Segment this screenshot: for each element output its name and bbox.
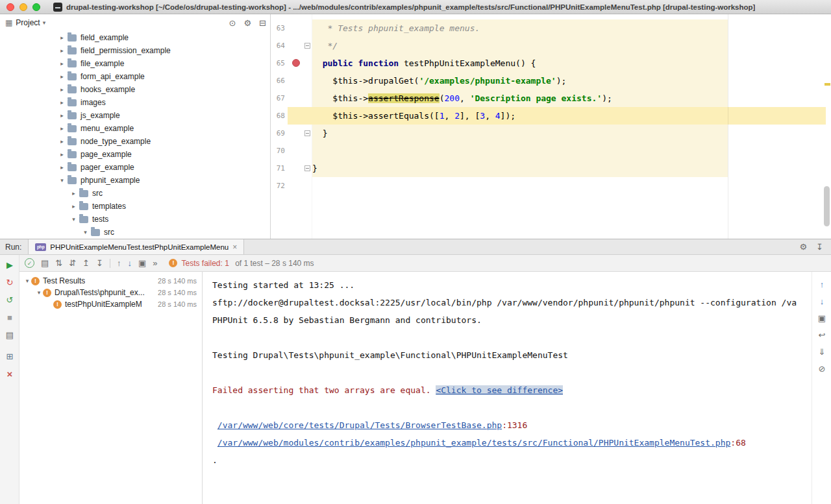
test-tree-item[interactable]: !testPhpUnitExampleM28 s 140 ms [19, 298, 202, 310]
zoom-window-button[interactable] [32, 3, 40, 11]
down-stacktrace-icon[interactable]: ↓ [812, 293, 831, 309]
code-line[interactable]: 65 public function testPhpUnitExampleMen… [271, 54, 831, 72]
collapse-all-icon[interactable]: ↧ [96, 258, 103, 268]
previous-failed-test-icon[interactable]: ↑ [117, 258, 121, 268]
chevron-right-icon[interactable]: ▸ [58, 73, 66, 80]
rerun-button[interactable]: ▶ [0, 256, 19, 274]
export-icon[interactable]: ▣ [812, 309, 831, 326]
chevron-right-icon[interactable]: ▸ [58, 34, 66, 41]
chevron-right-icon[interactable]: ▸ [69, 203, 78, 210]
sort-alphabetically-icon[interactable]: ⇅ [55, 258, 62, 268]
chevron-down-icon[interactable]: ▾ [69, 216, 78, 222]
code-line[interactable]: 69 } [271, 125, 831, 142]
project-panel-title[interactable]: Project [16, 18, 40, 27]
chevron-right-icon[interactable]: ▸ [58, 112, 66, 119]
toggle-auto-test-button[interactable]: ↺ [0, 291, 19, 309]
soft-wrap-icon[interactable]: ↩ [812, 326, 831, 343]
code-line[interactable]: 66 $this->drupalGet('/examples/phpunit-e… [271, 72, 831, 90]
project-tree-item[interactable]: ▸file_example [0, 57, 270, 70]
project-tree-item[interactable]: ▾phpunit_example [0, 174, 270, 187]
chevron-right-icon[interactable]: ▸ [58, 138, 66, 145]
stop-button[interactable]: ■ [0, 309, 19, 326]
line-number[interactable]: 64 [271, 37, 285, 54]
restore-layout-button[interactable]: ⊞ [0, 348, 19, 365]
fold-marker-icon[interactable] [304, 130, 310, 136]
chevron-right-icon[interactable]: ▸ [58, 164, 66, 171]
project-tree-item[interactable]: ▸hooks_example [0, 83, 270, 96]
up-stacktrace-icon[interactable]: ↑ [812, 276, 831, 293]
line-number[interactable]: 69 [271, 125, 285, 142]
line-number[interactable]: 65 [271, 54, 285, 72]
project-tree-item[interactable]: ▸field_example [0, 31, 270, 44]
chevron-down-icon[interactable]: ▾ [81, 229, 90, 235]
chevron-down-icon[interactable]: ▾ [58, 177, 66, 184]
import-test-results-icon[interactable]: ▣ [138, 258, 146, 268]
project-tree-item[interactable]: ▸templates [0, 200, 270, 213]
console-link[interactable]: /var/www/web/core/tests/Drupal/Tests/Bro… [217, 420, 502, 430]
expand-all-icon[interactable]: ↥ [82, 258, 90, 268]
minimize-window-button[interactable] [19, 3, 27, 11]
chevron-right-icon[interactable]: ▸ [58, 86, 66, 93]
chevron-right-icon[interactable]: ▸ [58, 151, 66, 158]
test-tree-item[interactable]: ▾!Drupal\Tests\phpunit_ex...28 s 140 ms [19, 287, 202, 298]
run-settings-gear-icon[interactable]: ⚙ [799, 242, 807, 252]
project-tree-item[interactable]: ▸js_example [0, 109, 270, 122]
close-run-panel-button[interactable]: × [0, 365, 19, 383]
code-line[interactable]: 70 [271, 142, 831, 160]
show-ignored-icon[interactable]: ▤ [41, 258, 49, 268]
editor[interactable]: 63 * Tests phpunit_example menus.64 */65… [271, 14, 831, 239]
line-number[interactable]: 63 [271, 19, 285, 37]
project-tree-item[interactable]: ▸node_type_example [0, 135, 270, 148]
line-number[interactable]: 72 [271, 177, 285, 195]
chevron-right-icon[interactable]: ▸ [58, 125, 66, 132]
code-line[interactable]: 64 */ [271, 37, 831, 54]
close-tab-icon[interactable]: × [232, 243, 237, 252]
console-link[interactable]: /var/www/web/modules/contrib/examples/ph… [217, 438, 731, 448]
chevron-down-icon[interactable]: ▾ [23, 278, 31, 284]
code-line[interactable]: 72 [271, 177, 831, 195]
console-link[interactable]: <Click to see difference> [436, 385, 563, 395]
line-number[interactable]: 70 [271, 142, 285, 160]
more-actions-icon[interactable]: » [153, 258, 157, 268]
locate-file-icon[interactable]: ⊙ [229, 18, 236, 28]
fold-marker-icon[interactable] [304, 165, 310, 171]
test-tree-item[interactable]: ▾!Test Results28 s 140 ms [19, 275, 202, 287]
clear-console-icon[interactable]: ⊘ [812, 360, 831, 377]
chevron-down-icon[interactable]: ▾ [43, 19, 46, 26]
chevron-right-icon[interactable]: ▸ [58, 99, 66, 106]
project-tree-item[interactable]: ▾src [0, 226, 270, 239]
project-tree-item[interactable]: ▸page_example [0, 148, 270, 161]
code-line[interactable]: 63 * Tests phpunit_example menus. [271, 19, 831, 37]
project-tree-item[interactable]: ▸menu_example [0, 122, 270, 135]
breakpoint-icon[interactable] [292, 59, 300, 67]
line-number[interactable]: 67 [271, 90, 285, 107]
show-passed-icon[interactable]: ✓ [25, 258, 34, 268]
next-failed-test-icon[interactable]: ↓ [127, 258, 132, 268]
line-number[interactable]: 71 [271, 160, 285, 177]
close-window-button[interactable] [6, 3, 14, 11]
warning-stripe-mark[interactable] [825, 83, 830, 86]
hide-run-panel-icon[interactable]: ↧ [816, 242, 823, 252]
project-tree-item[interactable]: ▸field_permission_example [0, 44, 270, 57]
chevron-right-icon[interactable]: ▸ [69, 190, 78, 197]
console-output[interactable]: Testing started at 13:25 ...sftp://docke… [203, 272, 812, 504]
line-number[interactable]: 66 [271, 72, 285, 90]
gear-icon[interactable]: ⚙ [243, 18, 251, 28]
code-line[interactable]: 71} [271, 160, 831, 177]
scroll-to-end-icon[interactable]: ⇓ [812, 343, 831, 360]
code-line[interactable]: 68 $this->assertEquals([1, 2], [3, 4]); [271, 107, 831, 125]
code-line[interactable]: 67 $this->assertResponse(200, 'Descripti… [271, 90, 831, 107]
rerun-failed-tests-button[interactable]: ↻ [0, 274, 19, 291]
project-tree-item[interactable]: ▸src [0, 187, 270, 200]
chevron-down-icon[interactable]: ▾ [35, 289, 43, 296]
project-tree-item[interactable]: ▾tests [0, 213, 270, 226]
run-tab[interactable]: php PHPUnitExampleMenuTest.testPhpUnitEx… [28, 239, 244, 254]
chevron-right-icon[interactable]: ▸ [58, 47, 66, 54]
editor-scrollbar[interactable] [824, 186, 830, 226]
show-console-button[interactable]: ▤ [0, 326, 19, 344]
fold-marker-icon[interactable] [304, 43, 310, 49]
project-tree-item[interactable]: ▸pager_example [0, 161, 270, 174]
project-tree-item[interactable]: ▸images [0, 96, 270, 109]
line-number[interactable]: 68 [271, 107, 285, 125]
hide-panel-icon[interactable]: ⊟ [259, 18, 266, 28]
